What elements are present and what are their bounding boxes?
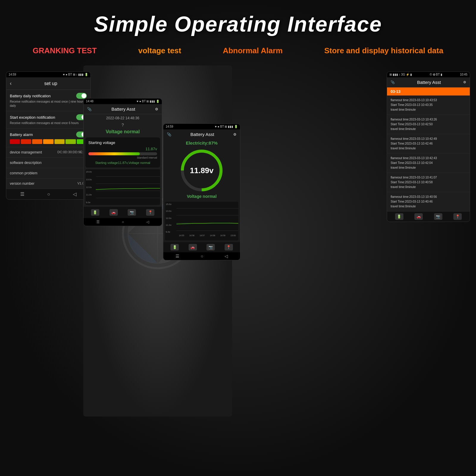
categories-row: GRANKING TEST voltage test Abnormal Alar… [0, 46, 476, 55]
device-management-value: DC:0D:30:DD:9E:69 [57, 150, 87, 154]
version-label: version number [10, 181, 35, 186]
travel-3: travel time:0minute [391, 146, 466, 151]
alarm-colors [10, 139, 87, 144]
battery-notification-toggle[interactable] [76, 93, 87, 99]
back-icon[interactable]: ‹ [10, 80, 12, 87]
voltage-normal-label: Voltage normal [163, 193, 240, 200]
page-title: Simple Operating Interface [0, 12, 476, 36]
screen1-title: set up [15, 81, 87, 86]
start-4: Start Time:2023-03-13 10:42:04 [391, 161, 466, 165]
chart-label-12: 12.0v [86, 186, 95, 189]
common-problem-row[interactable]: common problem [6, 168, 90, 178]
screen4-car-icon[interactable]: 🚗 [414, 213, 423, 220]
battery-notification-header: Battery daily notification [10, 93, 87, 99]
nav-location-icon[interactable]: 📍 [146, 209, 154, 216]
nav-camera-icon[interactable]: 📷 [128, 209, 136, 216]
screen2-datetime: 2022-08-22 14:48:36 [84, 114, 162, 122]
screen4-attach-icon: 📎 [391, 80, 395, 84]
screen2-status-icons: ♥ ● BT ⊠ ▮▮▮ 🔋 [137, 100, 159, 103]
alarm-color-6 [65, 139, 76, 144]
nav-battery-icon[interactable]: 🔋 [91, 209, 99, 216]
screen2-nav: 🔋 🚗 📷 📍 [84, 207, 162, 218]
battery-alarm-header: Battery alarm [10, 131, 87, 137]
home-icon[interactable]: ○ [47, 192, 50, 197]
sv-description: Starting voltage11.87v,Voltage normal [88, 161, 157, 165]
screen3-menu-icon[interactable]: ☰ [176, 254, 179, 259]
screen2-header: 📎 Battery Asst ⚙ [84, 104, 162, 114]
sv-title: Starting voltage [88, 140, 157, 145]
version-row: version number V1.0.5 [6, 178, 90, 189]
screen3-back-icon[interactable]: ◁ [225, 254, 228, 259]
screen-settings: 14:59 ♥ ● BT ⊠ ↕ ▮▮▮ 🔋 ‹ set up Battery … [6, 71, 91, 200]
start-1: Start Time:2023-03-13 10:43:35 [391, 103, 466, 107]
battery-gauge: 11.89v [181, 150, 223, 191]
back-nav-icon[interactable]: ◁ [73, 191, 76, 197]
device-management-row: device management DC:0D:30:DD:9E:69 [6, 147, 90, 158]
screen4-statusbar: ⊠ ▮▮▮ ↕ 3G ⚡ ▮ © ✿ BT ▮ 10:45 [387, 72, 470, 77]
history-entry-5: flameout time:2023-03-13 10:41:07 Start … [387, 173, 470, 192]
voltage-status: Voltage normal [84, 128, 162, 136]
y-11: 11.0v [166, 224, 176, 226]
screen3-nav: 🔋 🚗 📷 📍 [163, 242, 240, 252]
x-1458: 14:58 [210, 234, 215, 240]
screen3-camera-icon[interactable]: 📷 [206, 244, 215, 250]
screen4-header: 📎 Battery Asst ⚙ [387, 77, 470, 87]
attach-icon: 📎 [87, 107, 92, 111]
category-history: Store and display historical data [324, 46, 443, 55]
y-12: 12.0v [166, 217, 176, 220]
chart-svg [96, 169, 160, 205]
battery-alarm-title: Battery alarm [10, 132, 33, 137]
battery-daily-notification-row: Battery daily notification Receive notif… [6, 90, 90, 111]
screen2-back-icon[interactable]: ◁ [146, 220, 149, 224]
start-exception-notification-row: Start exception notification Receive not… [6, 111, 90, 129]
software-description-row[interactable]: software description [6, 158, 90, 168]
screen-history: ⊠ ▮▮▮ ↕ 3G ⚡ ▮ © ✿ BT ▮ 10:45 📎 Battery … [387, 71, 470, 222]
chart2-x-axis: 14:55 14:56 14:57 14:58 14:59 15:00 [176, 234, 238, 240]
x-1459: 14:59 [220, 234, 226, 240]
start-5: Start Time:2023-03-13 10:40:58 [391, 180, 466, 185]
history-entry-4: flameout time:2023-03-13 10:42:43 Start … [387, 154, 470, 173]
screen4-nav: 🔋 🚗 📷 📍 [387, 212, 470, 222]
screen2-settings-icon[interactable]: ⚙ [155, 107, 158, 111]
chart-label-13: 13.0v [86, 178, 95, 181]
travel-6: travel time:0minute [391, 204, 466, 209]
screen4-battery-icon[interactable]: 🔋 [395, 213, 403, 220]
screen3-location-icon[interactable]: 📍 [225, 244, 233, 250]
screen3-header: 📎 Battery Asst ⚙ [163, 129, 240, 139]
category-cranking: GRANKING TEST [33, 46, 97, 55]
y-15: 15.0v [166, 203, 176, 206]
chart-grid [96, 169, 160, 205]
nav-car-icon[interactable]: 🚗 [109, 209, 118, 216]
screen3-car-icon[interactable]: 🚗 [189, 244, 197, 250]
screen4-location-icon[interactable]: 📍 [453, 213, 462, 220]
screen2-system-nav: ☰ ○ ◁ [84, 218, 162, 226]
screen2-home-icon[interactable]: ○ [122, 220, 124, 224]
flameout-6: flameout time:2023-03-13 10:40:56 [391, 195, 466, 199]
screen3-settings-icon[interactable]: ⚙ [233, 132, 237, 137]
flameout-3: flameout time:2023-03-13 10:42:49 [391, 137, 466, 141]
history-entry-3: flameout time:2023-03-13 10:42:49 Start … [387, 134, 470, 154]
start-2: Start Time:2023-03-13 10:42:50 [391, 122, 466, 127]
travel-2: travel time:0minute [391, 127, 466, 131]
screen4-camera-icon[interactable]: 📷 [434, 213, 442, 220]
screen1-icons: ♥ ● BT ⊠ ↕ ▮▮▮ 🔋 [63, 73, 88, 76]
y-9: 9.0v [166, 231, 176, 233]
flameout-4: flameout time:2023-03-13 10:42:43 [391, 156, 466, 161]
screen3-home-icon[interactable]: ○ [201, 254, 203, 259]
common-problem-label: common problem [10, 171, 37, 175]
battery-alarm-row: Battery alarm [6, 129, 90, 147]
chart-label-9: 9.0v [86, 201, 95, 204]
exception-notification-header: Start exception notification [10, 114, 87, 120]
screen3-title: Battery Asst [171, 132, 233, 137]
menu-icon[interactable]: ☰ [20, 191, 24, 197]
date-tag[interactable]: 03-13 [387, 87, 470, 95]
screen4-icons-left: ⊠ ▮▮▮ ↕ 3G ⚡ ▮ [389, 73, 412, 76]
alarm-color-4 [43, 139, 53, 144]
help-icon[interactable]: ? [122, 123, 124, 127]
history-entry-6: flameout time:2023-03-13 10:40:56 Start … [387, 192, 470, 212]
screen3-attach-icon: 📎 [167, 132, 171, 137]
screen4-settings-icon[interactable]: ⚙ [463, 80, 466, 84]
screen2-menu-icon[interactable]: ☰ [96, 220, 100, 224]
start-6: Start Time:2023-03-13 10:40:46 [391, 199, 466, 204]
screen3-battery-icon[interactable]: 🔋 [170, 244, 179, 250]
